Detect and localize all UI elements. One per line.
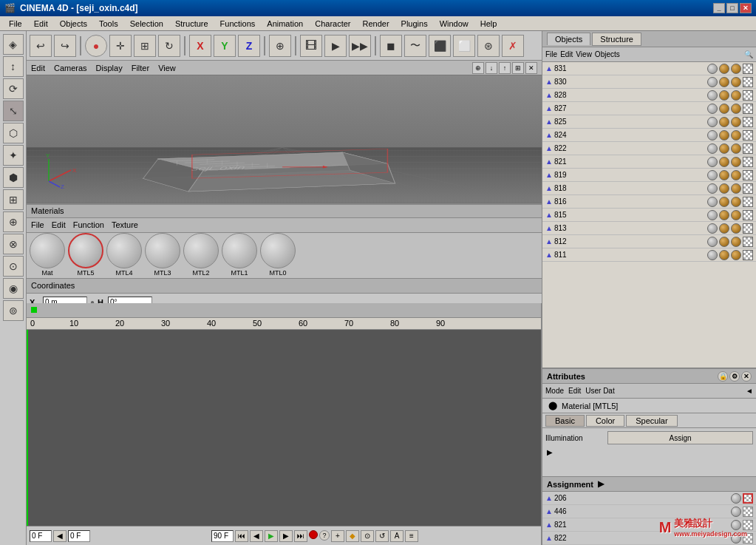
menu-tools[interactable]: Tools: [93, 18, 124, 30]
menu-objects[interactable]: Objects: [54, 18, 93, 30]
frame-start-input[interactable]: [30, 530, 52, 542]
maximize-button[interactable]: □: [726, 3, 738, 13]
mat-item-mtl1[interactable]: MTL1: [222, 233, 257, 277]
tool-light[interactable]: ⊗: [3, 234, 24, 254]
attr-menu-userdat[interactable]: User Dat: [585, 387, 614, 395]
menu-animation[interactable]: Animation: [261, 18, 309, 30]
vp-close-icon[interactable]: ✕: [525, 62, 537, 74]
obj-row-825[interactable]: ▲ 825: [542, 115, 756, 129]
tool-deform[interactable]: ⊚: [3, 300, 24, 321]
menu-window[interactable]: Window: [434, 18, 474, 30]
obj-row-818[interactable]: ▲ 818: [542, 182, 756, 195]
tool-grid[interactable]: ⊞: [3, 189, 24, 210]
more-btn[interactable]: ≡: [405, 530, 418, 542]
tool-move[interactable]: ↕: [3, 56, 24, 77]
undo-button[interactable]: ↩: [30, 35, 52, 57]
snap-btn[interactable]: ⊙: [361, 530, 374, 542]
attr-tab-specular[interactable]: Specular: [626, 415, 677, 427]
mat-menu-function[interactable]: Function: [73, 220, 104, 229]
tab-objects[interactable]: Objects: [547, 33, 590, 45]
key-btn[interactable]: ◆: [346, 530, 359, 542]
assign-row-446[interactable]: ▲ 446: [542, 505, 756, 518]
obj-row-821[interactable]: ▲ 821: [542, 155, 756, 169]
tool-null[interactable]: ⊙: [3, 256, 24, 277]
menu-help[interactable]: Help: [474, 18, 503, 30]
viewport[interactable]: Perspective: [27, 75, 542, 203]
y-axis-button[interactable]: Y: [214, 35, 236, 57]
nurbs-button[interactable]: ⬛: [429, 35, 451, 57]
tl-btn-next[interactable]: ▶: [279, 530, 293, 542]
spline2-button[interactable]: 〜: [404, 35, 426, 57]
coord-h-val[interactable]: [108, 297, 152, 303]
scene-button[interactable]: ⊛: [477, 35, 500, 57]
menu-render[interactable]: Render: [357, 18, 395, 30]
frame-end-input[interactable]: [211, 530, 234, 542]
world-button[interactable]: ⊕: [269, 35, 291, 57]
tool-camera[interactable]: ⊕: [3, 211, 24, 232]
obj-menu-edit[interactable]: Edit: [560, 50, 573, 58]
tl-btn-start[interactable]: ⏮: [235, 530, 248, 542]
tab-structure[interactable]: Structure: [592, 33, 641, 46]
mat-menu-file[interactable]: File: [31, 220, 44, 229]
record-button[interactable]: [309, 530, 318, 539]
tool-rotate[interactable]: ⟳: [3, 78, 24, 99]
add-frame-btn[interactable]: +: [331, 530, 344, 542]
tool-obj[interactable]: ⬢: [3, 167, 24, 188]
obj-row-824[interactable]: ▲ 824: [542, 129, 756, 142]
mat-menu-texture[interactable]: Texture: [112, 220, 138, 229]
menu-structure[interactable]: Structure: [169, 18, 214, 30]
attr-menu-edit[interactable]: Edit: [568, 387, 581, 395]
vt-view[interactable]: View: [158, 64, 176, 72]
menu-edit[interactable]: Edit: [28, 18, 54, 30]
obj-row-831[interactable]: ▲ 831: [542, 62, 756, 75]
obj-row-830[interactable]: ▲ 830: [542, 75, 756, 89]
tool-material[interactable]: ◉: [3, 278, 24, 299]
rotate-button[interactable]: ↻: [158, 35, 180, 57]
obj-row-815[interactable]: ▲ 815: [542, 209, 756, 222]
menu-file[interactable]: File: [3, 18, 28, 30]
attr-tab-basic[interactable]: Basic: [545, 415, 585, 427]
obj-row-812[interactable]: ▲ 812: [542, 235, 756, 248]
vt-display[interactable]: Display: [96, 64, 123, 72]
close-button[interactable]: ✕: [740, 3, 752, 13]
coord-x-val[interactable]: [43, 297, 87, 303]
assign-row-206[interactable]: ▲ 206: [542, 492, 756, 505]
auto-btn[interactable]: A: [390, 530, 403, 542]
z-axis-button[interactable]: Z: [238, 35, 260, 57]
frame-current-input[interactable]: [68, 530, 90, 542]
menu-functions[interactable]: Functions: [214, 18, 262, 30]
tool-select[interactable]: ◈: [3, 34, 24, 55]
mat-item-mtl5[interactable]: MTL5: [68, 233, 103, 277]
assign-row-822[interactable]: ▲ 822: [542, 532, 756, 545]
mat-item-mtl2[interactable]: MTL2: [183, 233, 219, 277]
vt-filter[interactable]: Filter: [132, 64, 149, 72]
scale-button[interactable]: ⊞: [134, 35, 156, 57]
redo-button[interactable]: ↪: [54, 35, 76, 57]
vp-down-icon[interactable]: ↓: [486, 62, 497, 74]
attr-lock-icon[interactable]: 🔒: [718, 371, 728, 382]
assign-row-821[interactable]: ▲ 821: [542, 518, 756, 532]
live-button[interactable]: ●: [85, 35, 107, 57]
timeline-track[interactable]: [27, 330, 541, 527]
vt-cameras[interactable]: Cameras: [54, 64, 87, 72]
obj-search-icon[interactable]: 🔍: [744, 50, 753, 58]
attr-close-icon[interactable]: ✕: [741, 371, 752, 382]
mat-item-mtl3[interactable]: MTL3: [145, 233, 180, 277]
vp-max-icon[interactable]: ⊞: [512, 62, 524, 74]
delete-button[interactable]: ✗: [502, 35, 524, 57]
obj-row-811[interactable]: ▲ 811: [542, 248, 756, 262]
obj-menu-view[interactable]: View: [576, 50, 592, 58]
obj-row-828[interactable]: ▲ 828: [542, 89, 756, 102]
mat-item-mtl4[interactable]: MTL4: [106, 233, 142, 277]
mat-item-mtl0[interactable]: MTL0: [260, 233, 296, 277]
tl-btn-prev[interactable]: ◀: [250, 530, 263, 542]
obj-row-816[interactable]: ▲ 816: [542, 195, 756, 209]
menu-selection[interactable]: Selection: [124, 18, 169, 30]
obj-row-822[interactable]: ▲ 822: [542, 142, 756, 155]
render2-button[interactable]: ▶▶: [349, 35, 371, 57]
vt-edit[interactable]: Edit: [31, 64, 45, 72]
menu-character[interactable]: Character: [309, 18, 356, 30]
tl-btn-end[interactable]: ⏭: [294, 530, 307, 542]
attr-tab-color[interactable]: Color: [586, 415, 624, 427]
attr-menu-mode[interactable]: Mode: [545, 387, 564, 395]
